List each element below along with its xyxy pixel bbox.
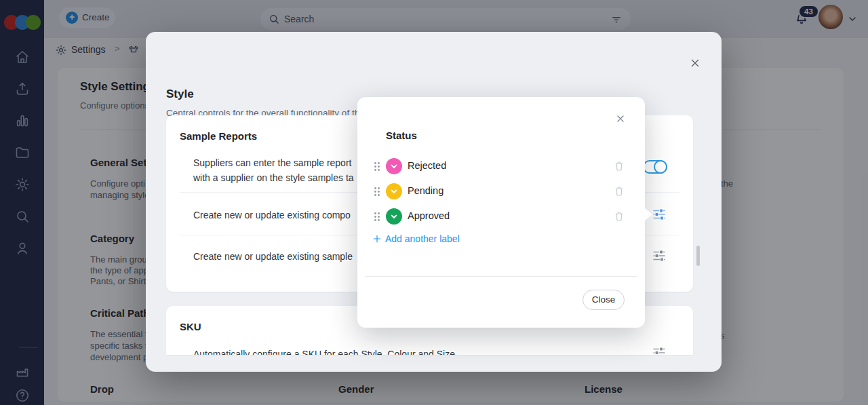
plus-icon [372,234,382,244]
close-button[interactable]: Close [583,290,625,310]
setting-row-text: Create new or update existing compo [193,208,351,223]
status-label: Approved [408,210,450,221]
setting-row-text: Suppliers can enter the sample report [193,155,351,170]
setting-row-text: Create new or update existing sample [193,249,353,264]
modal-scrollbar-thumb[interactable] [696,246,700,266]
chevron-down-icon [389,161,399,172]
modal-title: Style [166,88,194,101]
setting-row-text: with a supplier on the style samples ta [193,170,354,185]
close-icon[interactable] [615,113,626,124]
drag-handle-icon[interactable] [374,187,380,197]
status-label: Pending [408,185,443,196]
status-color-dot[interactable] [386,183,402,199]
trash-icon[interactable] [613,210,625,223]
toggle-knob [654,160,667,174]
add-another-label-text: Add another label [385,233,460,244]
status-label-row: Rejected [357,154,645,179]
app-root: + Create 43 Settings > Style Settings Co… [0,0,868,405]
status-color-dot[interactable] [386,208,402,225]
sliders-icon[interactable] [652,248,667,263]
toggle-switch[interactable] [643,160,667,174]
sku-title: SKU [180,321,201,332]
sliders-icon[interactable] [652,345,667,355]
chevron-down-icon [389,186,399,197]
setting-row-text: Automatically configure a SKU for each S… [193,347,455,355]
popover-footer-divider [366,276,637,277]
sample-reports-title: Sample Reports [180,130,257,142]
status-label-row: Approved [357,204,645,229]
status-label: Rejected [408,160,446,171]
sliders-icon-active[interactable] [652,207,667,222]
trash-icon[interactable] [613,160,625,172]
add-another-label-button[interactable]: Add another label [357,229,645,250]
status-label-row: Pending [357,179,645,204]
status-popover-title: Status [386,130,417,141]
trash-icon[interactable] [613,185,625,197]
status-color-dot[interactable] [386,158,402,174]
chevron-down-icon [389,211,399,222]
close-icon[interactable] [689,57,701,69]
drag-handle-icon[interactable] [374,212,380,222]
popover-arrow [645,208,652,220]
status-popover: Status Rejected Pending Approved [357,97,645,328]
drag-handle-icon[interactable] [374,161,380,172]
